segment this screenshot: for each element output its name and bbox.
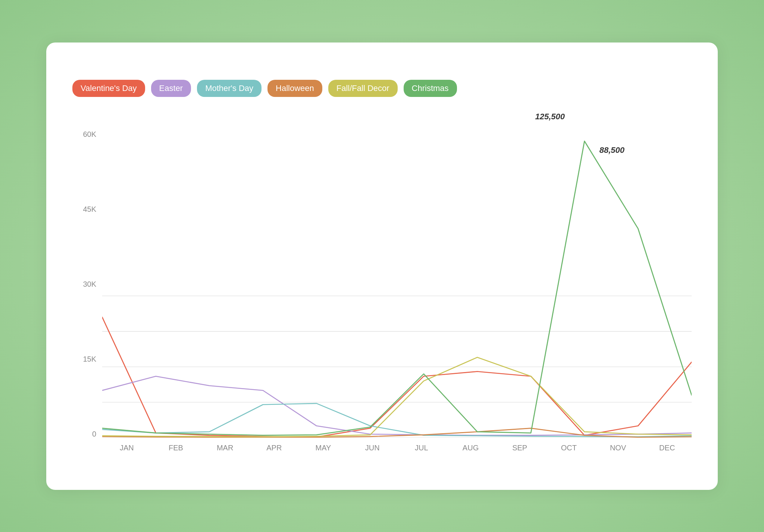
legend-item-halloween[interactable]: Halloween — [267, 80, 322, 97]
x-axis-label: APR — [250, 444, 299, 452]
x-axis-label: OCT — [544, 444, 594, 452]
legend-item-easter[interactable]: Easter — [151, 80, 191, 97]
x-axis-label: FEB — [151, 444, 201, 452]
x-axis-label: JUL — [397, 444, 446, 452]
y-axis-label: 30K — [83, 280, 96, 288]
y-axis-label: 45K — [83, 205, 96, 213]
x-axis-label: JAN — [102, 444, 151, 452]
annotation-peak-nov: 88,500 — [599, 145, 624, 155]
y-axis: 60K45K30K15K0 — [72, 130, 102, 438]
x-axis-label: MAY — [299, 444, 348, 452]
x-axis: JANFEBMARAPRMAYJUNJULAUGSEPOCTNOVDEC — [102, 438, 692, 460]
x-axis-label: NOV — [594, 444, 643, 452]
main-card: Valentine's DayEasterMother's DayHallowe… — [46, 43, 718, 490]
x-axis-label: JUN — [348, 444, 397, 452]
chart-area: 60K45K30K15K0 JANFEBMARAPRMAYJUNJULAUGSE… — [72, 116, 692, 460]
legend-item-fall[interactable]: Fall/Fall Decor — [328, 80, 398, 97]
legend: Valentine's DayEasterMother's DayHallowe… — [72, 80, 692, 97]
y-axis-label: 60K — [83, 130, 96, 138]
legend-item-christmas[interactable]: Christmas — [404, 80, 457, 97]
y-axis-label: 0 — [92, 430, 96, 438]
legend-item-mothersday[interactable]: Mother's Day — [197, 80, 262, 97]
legend-item-valentines[interactable]: Valentine's Day — [72, 80, 145, 97]
x-axis-label: AUG — [446, 444, 495, 452]
chart-svg — [102, 130, 692, 438]
x-axis-label: DEC — [642, 444, 692, 452]
x-axis-label: SEP — [495, 444, 544, 452]
annotation-peak-oct: 125,500 — [535, 112, 565, 122]
x-axis-label: MAR — [200, 444, 250, 452]
y-axis-label: 15K — [83, 355, 96, 363]
